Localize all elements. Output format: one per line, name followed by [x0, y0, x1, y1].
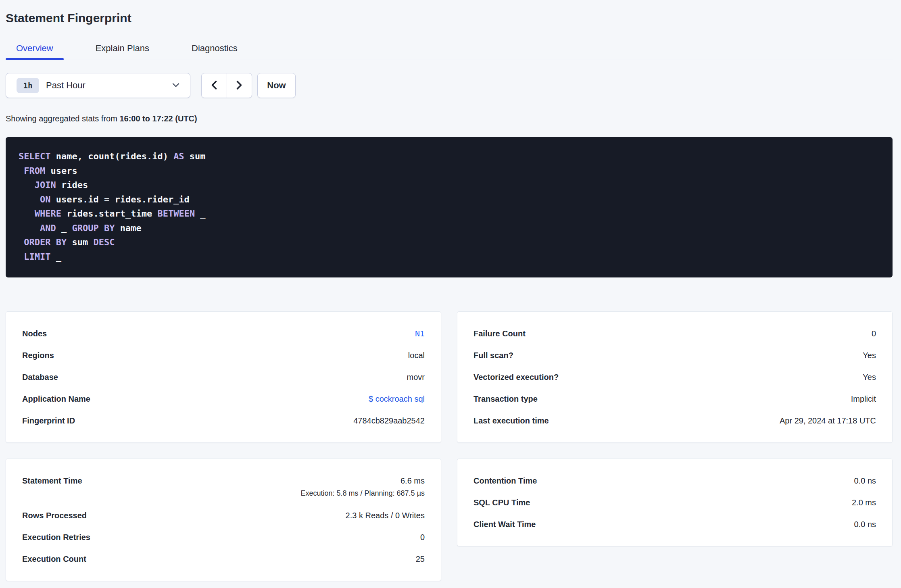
sql-text: _ [50, 252, 61, 262]
row-value-text: 0 [420, 533, 425, 542]
sql-text: _ [195, 209, 206, 219]
tab-diagnostics-label: Diagnostics [192, 43, 238, 54]
row-value: 0 [872, 329, 876, 338]
row-value: $ cockroach sql [369, 394, 425, 404]
sql-keyword: AND [40, 223, 56, 233]
card-row: Fingerprint ID4784cb829aab2542 [22, 410, 425, 432]
card-row: Regionslocal [22, 344, 425, 366]
tabs-bar: Overview Explain Plans Diagnostics [6, 37, 893, 60]
card-row: Client Wait Time0.0 ns [473, 513, 876, 535]
time-range-label: Past Hour [46, 80, 172, 91]
time-step-buttons [201, 73, 252, 98]
sql-text: rides.start_time [61, 209, 157, 219]
sql-text: _ [56, 223, 72, 233]
row-value: Yes [863, 351, 876, 360]
chevron-left-icon [210, 80, 219, 92]
row-value-text: 25 [416, 555, 425, 563]
tab-overview[interactable]: Overview [6, 37, 64, 60]
row-value: Implicit [851, 394, 876, 404]
row-value-text: Apr 29, 2024 at 17:18 UTC [780, 416, 876, 425]
node-link[interactable]: N1 [415, 329, 425, 338]
row-value-text: 2.3 k Reads / 0 Writes [346, 511, 425, 520]
sql-keyword: ORDER BY [24, 237, 67, 247]
row-value-text: 4784cb829aab2542 [353, 416, 425, 425]
sql-text: name [115, 223, 141, 233]
row-value: Yes [863, 373, 876, 382]
card-row: Contention Time0.0 ns [473, 470, 876, 492]
now-button[interactable]: Now [257, 73, 296, 98]
row-label: Statement Time [22, 475, 82, 486]
sql-text: users [45, 166, 77, 176]
chevron-down-icon [172, 82, 179, 89]
row-label: Execution Retries [22, 533, 90, 542]
card-row: Rows Processed2.3 k Reads / 0 Writes [22, 505, 425, 526]
sql-keyword: SELECT [19, 151, 50, 161]
sql-text [19, 180, 35, 190]
row-value: 0.0 ns [854, 520, 876, 529]
sql-text: rides [56, 180, 88, 190]
row-label: Fingerprint ID [22, 416, 75, 425]
card-row: Databasemovr [22, 366, 425, 388]
row-label: Client Wait Time [473, 520, 536, 529]
row-label: Execution Count [22, 555, 86, 564]
sql-keyword: FROM [24, 166, 45, 176]
prev-time-button[interactable] [202, 73, 227, 98]
sql-keyword: ON [40, 194, 51, 204]
tab-diagnostics[interactable]: Diagnostics [181, 37, 248, 60]
page-title: Statement Fingerprint [6, 10, 893, 26]
sql-text: name, count(rides.id) [50, 151, 173, 161]
row-value: Apr 29, 2024 at 17:18 UTC [780, 416, 876, 425]
time-range-badge: 1h [17, 78, 39, 93]
row-value-text: movr [407, 373, 425, 382]
sql-statement-box: SELECT name, count(rides.id) AS sum FROM… [6, 137, 893, 277]
card-row: Application Name$ cockroach sql [22, 388, 425, 410]
row-label: Database [22, 373, 58, 382]
row-label: SQL CPU Time [473, 498, 530, 507]
card-row: Full scan?Yes [473, 344, 876, 366]
card-row: Last execution timeApr 29, 2024 at 17:18… [473, 410, 876, 432]
sql-text [19, 166, 24, 176]
row-value: 2.0 ms [852, 498, 876, 507]
tab-explain-plans[interactable]: Explain Plans [85, 37, 160, 60]
row-label: Vectorized execution? [473, 373, 559, 382]
sql-text [19, 252, 24, 262]
next-time-button[interactable] [227, 73, 252, 98]
card-row: Failure Count0 [473, 323, 876, 344]
card-row: Vectorized execution?Yes [473, 366, 876, 388]
row-subvalue: Execution: 5.8 ms / Planning: 687.5 µs [300, 489, 425, 498]
time-range-selector[interactable]: 1h Past Hour [6, 73, 190, 98]
sql-text [19, 223, 40, 233]
sql-keyword: LIMIT [24, 252, 50, 262]
row-value: local [408, 351, 425, 360]
card-row: Transaction typeImplicit [473, 388, 876, 410]
row-value: 0 [420, 533, 425, 542]
row-value: movr [407, 373, 425, 382]
row-label: Nodes [22, 329, 47, 338]
sql-keyword: AS [173, 151, 184, 161]
execution-attributes-card: Failure Count0Full scan?YesVectorized ex… [457, 311, 893, 443]
sql-text [19, 209, 35, 219]
card-row: NodesN1 [22, 323, 425, 344]
application-link[interactable]: $ cockroach sql [369, 394, 425, 403]
sql-keyword: BETWEEN [157, 209, 195, 219]
card-row: Execution Retries0 [22, 526, 425, 548]
row-value: N1 [415, 329, 425, 338]
tab-explain-plans-label: Explain Plans [96, 43, 149, 54]
row-label: Failure Count [473, 329, 526, 338]
row-value-text: Implicit [851, 394, 876, 403]
row-value-text: 2.0 ms [852, 498, 876, 507]
row-value-text: Yes [863, 351, 876, 360]
row-value: 25 [416, 555, 425, 564]
row-value: 0.0 ns [854, 476, 876, 486]
row-value-text: Yes [863, 373, 876, 382]
sql-text [19, 237, 24, 247]
row-value-text: local [408, 351, 425, 360]
row-value-text: 6.6 ms [400, 476, 425, 485]
row-label: Transaction type [473, 394, 538, 404]
stats-caption-range: 16:00 to 17:22 (UTC) [119, 114, 197, 123]
row-label: Application Name [22, 394, 90, 404]
tab-overview-label: Overview [16, 43, 53, 54]
cards-grid: NodesN1RegionslocalDatabasemovrApplicati… [6, 311, 893, 581]
stats-caption-prefix: Showing aggregated stats from [6, 114, 119, 123]
statement-times-card: Statement Time6.6 msExecution: 5.8 ms / … [6, 459, 441, 581]
